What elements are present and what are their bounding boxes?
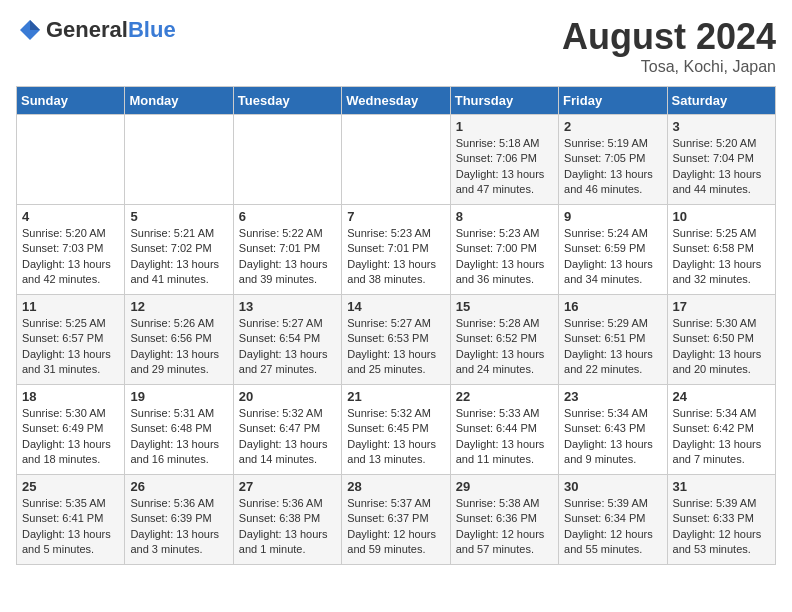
calendar-cell bbox=[17, 115, 125, 205]
calendar-cell: 27Sunrise: 5:36 AM Sunset: 6:38 PM Dayli… bbox=[233, 475, 341, 565]
calendar-cell: 12Sunrise: 5:26 AM Sunset: 6:56 PM Dayli… bbox=[125, 295, 233, 385]
day-info: Sunrise: 5:22 AM Sunset: 7:01 PM Dayligh… bbox=[239, 226, 336, 288]
day-info: Sunrise: 5:25 AM Sunset: 6:58 PM Dayligh… bbox=[673, 226, 770, 288]
day-info: Sunrise: 5:21 AM Sunset: 7:02 PM Dayligh… bbox=[130, 226, 227, 288]
calendar-cell: 28Sunrise: 5:37 AM Sunset: 6:37 PM Dayli… bbox=[342, 475, 450, 565]
day-number: 26 bbox=[130, 479, 227, 494]
day-info: Sunrise: 5:39 AM Sunset: 6:33 PM Dayligh… bbox=[673, 496, 770, 558]
month-year: August 2024 bbox=[562, 16, 776, 58]
calendar-cell: 24Sunrise: 5:34 AM Sunset: 6:42 PM Dayli… bbox=[667, 385, 775, 475]
day-number: 1 bbox=[456, 119, 553, 134]
calendar-cell: 19Sunrise: 5:31 AM Sunset: 6:48 PM Dayli… bbox=[125, 385, 233, 475]
day-info: Sunrise: 5:35 AM Sunset: 6:41 PM Dayligh… bbox=[22, 496, 119, 558]
day-info: Sunrise: 5:24 AM Sunset: 6:59 PM Dayligh… bbox=[564, 226, 661, 288]
week-row-4: 18Sunrise: 5:30 AM Sunset: 6:49 PM Dayli… bbox=[17, 385, 776, 475]
day-info: Sunrise: 5:36 AM Sunset: 6:38 PM Dayligh… bbox=[239, 496, 336, 558]
calendar-cell: 31Sunrise: 5:39 AM Sunset: 6:33 PM Dayli… bbox=[667, 475, 775, 565]
day-info: Sunrise: 5:23 AM Sunset: 7:01 PM Dayligh… bbox=[347, 226, 444, 288]
day-number: 30 bbox=[564, 479, 661, 494]
day-info: Sunrise: 5:20 AM Sunset: 7:03 PM Dayligh… bbox=[22, 226, 119, 288]
day-number: 12 bbox=[130, 299, 227, 314]
calendar-cell: 21Sunrise: 5:32 AM Sunset: 6:45 PM Dayli… bbox=[342, 385, 450, 475]
logo: GeneralBlue bbox=[16, 16, 176, 44]
day-info: Sunrise: 5:37 AM Sunset: 6:37 PM Dayligh… bbox=[347, 496, 444, 558]
day-header-sunday: Sunday bbox=[17, 87, 125, 115]
logo-text: GeneralBlue bbox=[46, 17, 176, 43]
calendar-cell bbox=[125, 115, 233, 205]
day-number: 18 bbox=[22, 389, 119, 404]
calendar-cell: 1Sunrise: 5:18 AM Sunset: 7:06 PM Daylig… bbox=[450, 115, 558, 205]
calendar-cell: 17Sunrise: 5:30 AM Sunset: 6:50 PM Dayli… bbox=[667, 295, 775, 385]
day-info: Sunrise: 5:31 AM Sunset: 6:48 PM Dayligh… bbox=[130, 406, 227, 468]
day-info: Sunrise: 5:36 AM Sunset: 6:39 PM Dayligh… bbox=[130, 496, 227, 558]
day-info: Sunrise: 5:38 AM Sunset: 6:36 PM Dayligh… bbox=[456, 496, 553, 558]
day-number: 22 bbox=[456, 389, 553, 404]
calendar-cell: 30Sunrise: 5:39 AM Sunset: 6:34 PM Dayli… bbox=[559, 475, 667, 565]
week-row-1: 1Sunrise: 5:18 AM Sunset: 7:06 PM Daylig… bbox=[17, 115, 776, 205]
day-number: 19 bbox=[130, 389, 227, 404]
title-block: August 2024 Tosa, Kochi, Japan bbox=[562, 16, 776, 76]
logo-icon bbox=[16, 16, 44, 44]
day-number: 11 bbox=[22, 299, 119, 314]
day-number: 9 bbox=[564, 209, 661, 224]
calendar-cell: 26Sunrise: 5:36 AM Sunset: 6:39 PM Dayli… bbox=[125, 475, 233, 565]
calendar-cell: 22Sunrise: 5:33 AM Sunset: 6:44 PM Dayli… bbox=[450, 385, 558, 475]
week-row-2: 4Sunrise: 5:20 AM Sunset: 7:03 PM Daylig… bbox=[17, 205, 776, 295]
day-info: Sunrise: 5:28 AM Sunset: 6:52 PM Dayligh… bbox=[456, 316, 553, 378]
day-info: Sunrise: 5:39 AM Sunset: 6:34 PM Dayligh… bbox=[564, 496, 661, 558]
day-info: Sunrise: 5:18 AM Sunset: 7:06 PM Dayligh… bbox=[456, 136, 553, 198]
day-header-friday: Friday bbox=[559, 87, 667, 115]
calendar-cell: 14Sunrise: 5:27 AM Sunset: 6:53 PM Dayli… bbox=[342, 295, 450, 385]
calendar-cell: 6Sunrise: 5:22 AM Sunset: 7:01 PM Daylig… bbox=[233, 205, 341, 295]
day-number: 13 bbox=[239, 299, 336, 314]
calendar-cell: 8Sunrise: 5:23 AM Sunset: 7:00 PM Daylig… bbox=[450, 205, 558, 295]
calendar-cell: 29Sunrise: 5:38 AM Sunset: 6:36 PM Dayli… bbox=[450, 475, 558, 565]
calendar-cell: 4Sunrise: 5:20 AM Sunset: 7:03 PM Daylig… bbox=[17, 205, 125, 295]
calendar-cell bbox=[342, 115, 450, 205]
day-header-saturday: Saturday bbox=[667, 87, 775, 115]
day-info: Sunrise: 5:32 AM Sunset: 6:47 PM Dayligh… bbox=[239, 406, 336, 468]
day-number: 10 bbox=[673, 209, 770, 224]
day-info: Sunrise: 5:20 AM Sunset: 7:04 PM Dayligh… bbox=[673, 136, 770, 198]
day-number: 4 bbox=[22, 209, 119, 224]
day-info: Sunrise: 5:25 AM Sunset: 6:57 PM Dayligh… bbox=[22, 316, 119, 378]
day-info: Sunrise: 5:33 AM Sunset: 6:44 PM Dayligh… bbox=[456, 406, 553, 468]
day-info: Sunrise: 5:32 AM Sunset: 6:45 PM Dayligh… bbox=[347, 406, 444, 468]
day-number: 15 bbox=[456, 299, 553, 314]
calendar-cell: 9Sunrise: 5:24 AM Sunset: 6:59 PM Daylig… bbox=[559, 205, 667, 295]
day-number: 24 bbox=[673, 389, 770, 404]
calendar-cell: 23Sunrise: 5:34 AM Sunset: 6:43 PM Dayli… bbox=[559, 385, 667, 475]
week-row-5: 25Sunrise: 5:35 AM Sunset: 6:41 PM Dayli… bbox=[17, 475, 776, 565]
day-number: 6 bbox=[239, 209, 336, 224]
day-number: 25 bbox=[22, 479, 119, 494]
day-info: Sunrise: 5:19 AM Sunset: 7:05 PM Dayligh… bbox=[564, 136, 661, 198]
day-number: 2 bbox=[564, 119, 661, 134]
day-number: 31 bbox=[673, 479, 770, 494]
calendar-cell: 3Sunrise: 5:20 AM Sunset: 7:04 PM Daylig… bbox=[667, 115, 775, 205]
day-number: 20 bbox=[239, 389, 336, 404]
day-number: 29 bbox=[456, 479, 553, 494]
calendar-cell bbox=[233, 115, 341, 205]
day-number: 5 bbox=[130, 209, 227, 224]
day-info: Sunrise: 5:29 AM Sunset: 6:51 PM Dayligh… bbox=[564, 316, 661, 378]
svg-marker-1 bbox=[30, 20, 40, 30]
page-header: GeneralBlue August 2024 Tosa, Kochi, Jap… bbox=[16, 16, 776, 76]
calendar-cell: 20Sunrise: 5:32 AM Sunset: 6:47 PM Dayli… bbox=[233, 385, 341, 475]
calendar-table: SundayMondayTuesdayWednesdayThursdayFrid… bbox=[16, 86, 776, 565]
calendar-cell: 18Sunrise: 5:30 AM Sunset: 6:49 PM Dayli… bbox=[17, 385, 125, 475]
day-number: 21 bbox=[347, 389, 444, 404]
calendar-cell: 5Sunrise: 5:21 AM Sunset: 7:02 PM Daylig… bbox=[125, 205, 233, 295]
day-number: 23 bbox=[564, 389, 661, 404]
day-number: 17 bbox=[673, 299, 770, 314]
calendar-cell: 11Sunrise: 5:25 AM Sunset: 6:57 PM Dayli… bbox=[17, 295, 125, 385]
location: Tosa, Kochi, Japan bbox=[562, 58, 776, 76]
day-info: Sunrise: 5:34 AM Sunset: 6:43 PM Dayligh… bbox=[564, 406, 661, 468]
day-info: Sunrise: 5:27 AM Sunset: 6:54 PM Dayligh… bbox=[239, 316, 336, 378]
calendar-cell: 13Sunrise: 5:27 AM Sunset: 6:54 PM Dayli… bbox=[233, 295, 341, 385]
day-info: Sunrise: 5:23 AM Sunset: 7:00 PM Dayligh… bbox=[456, 226, 553, 288]
calendar-cell: 10Sunrise: 5:25 AM Sunset: 6:58 PM Dayli… bbox=[667, 205, 775, 295]
day-header-wednesday: Wednesday bbox=[342, 87, 450, 115]
day-header-tuesday: Tuesday bbox=[233, 87, 341, 115]
calendar-cell: 16Sunrise: 5:29 AM Sunset: 6:51 PM Dayli… bbox=[559, 295, 667, 385]
day-info: Sunrise: 5:34 AM Sunset: 6:42 PM Dayligh… bbox=[673, 406, 770, 468]
